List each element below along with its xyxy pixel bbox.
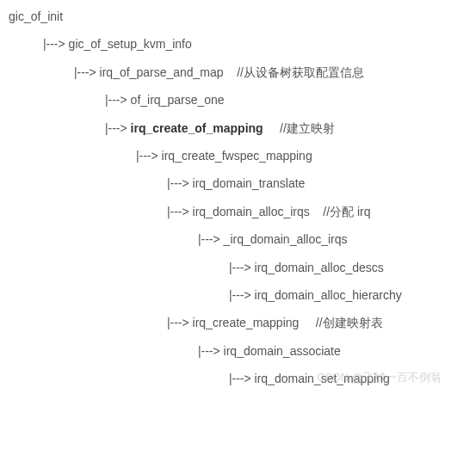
- tree-arrow: |--->: [198, 232, 220, 246]
- tree-arrow: |--->: [105, 121, 127, 135]
- tree-node: |---> irq_domain_associate: [9, 341, 467, 360]
- tree-node: |---> irq_domain_alloc_descs: [9, 258, 467, 277]
- tree-node: |---> irq_domain_alloc_irqs //分配 irq: [9, 202, 467, 221]
- func-label: _irq_domain_alloc_irqs: [224, 232, 348, 246]
- func-label: irq_domain_alloc_irqs: [193, 205, 310, 218]
- func-label: irq_create_mapping: [193, 316, 300, 329]
- comment-label: //从设备树获取配置信息: [237, 65, 364, 79]
- func-label: gic_of_init: [9, 9, 63, 23]
- func-label: gic_of_setup_kvm_info: [69, 37, 192, 51]
- watermark-text: CSDN @飞城一百不倒翁: [317, 369, 442, 387]
- tree-arrow: |--->: [167, 205, 189, 218]
- func-label: irq_domain_alloc_descs: [255, 261, 384, 274]
- comment-label: //创建映射表: [316, 316, 383, 329]
- tree-arrow: |--->: [74, 65, 96, 79]
- comment-label: //分配 irq: [323, 205, 370, 218]
- tree-node: |---> irq_domain_translate: [9, 174, 467, 193]
- tree-arrow: |--->: [198, 344, 220, 358]
- tree-arrow: |--->: [229, 261, 251, 274]
- tree-node: |---> irq_create_mapping //创建映射表: [9, 313, 467, 332]
- spacer: [267, 121, 277, 135]
- func-label: irq_create_fwspec_mapping: [162, 149, 312, 163]
- func-label: irq_domain_associate: [224, 344, 341, 358]
- tree-arrow: |--->: [105, 93, 127, 107]
- tree-node: |---> gic_of_setup_kvm_info: [9, 34, 467, 53]
- tree-arrow: |--->: [229, 372, 251, 385]
- tree-node: |---> irq_of_parse_and_map //从设备树获取配置信息: [9, 63, 467, 82]
- func-label-bold: irq_create_of_mapping: [131, 121, 263, 135]
- comment-label: //建立映射: [280, 121, 335, 135]
- tree-root: gic_of_init: [9, 7, 467, 26]
- func-label: irq_of_parse_and_map: [100, 65, 224, 79]
- tree-node: |---> _irq_domain_alloc_irqs: [9, 230, 467, 249]
- tree-arrow: |--->: [43, 37, 65, 51]
- tree-arrow: |--->: [167, 316, 189, 329]
- tree-node: |---> irq_create_fwspec_mapping: [9, 146, 467, 165]
- tree-arrow: |--->: [167, 176, 189, 190]
- tree-node: |---> irq_domain_alloc_hierarchy: [9, 286, 467, 304]
- func-label: irq_domain_alloc_hierarchy: [255, 288, 402, 302]
- spacer: [313, 205, 320, 218]
- spacer: [302, 316, 312, 329]
- tree-arrow: |--->: [136, 149, 158, 163]
- tree-arrow: |--->: [229, 288, 251, 302]
- tree-node: |---> irq_create_of_mapping //建立映射: [9, 119, 467, 138]
- func-label: of_irq_parse_one: [131, 93, 225, 107]
- tree-node: |---> irq_domain_set_mapping CSDN @飞城一百不…: [9, 369, 467, 388]
- tree-node: |---> of_irq_parse_one: [9, 90, 467, 109]
- spacer: [226, 65, 233, 79]
- func-label: irq_domain_translate: [193, 176, 306, 190]
